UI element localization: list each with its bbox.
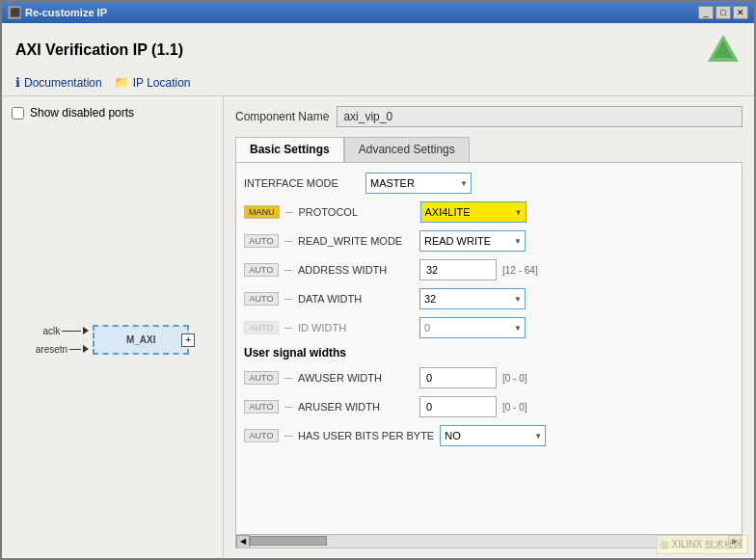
window-icon: ⬛	[8, 6, 21, 19]
protocol-select-wrapper: AXI4LITE AXI4 AXI3 ▼	[420, 201, 526, 223]
interface-mode-row: INTERFACE MODE MASTER SLAVE PASSTHROUGH …	[244, 173, 734, 194]
read-write-mode-row: AUTO READ_WRITE MODE READ WRITE READ ONL…	[244, 230, 734, 252]
read-write-badge: AUTO	[244, 234, 279, 248]
ip-block: M_AXI +	[93, 325, 189, 355]
awuser-width-input[interactable]	[419, 367, 497, 388]
settings-scroll[interactable]: INTERFACE MODE MASTER SLAVE PASSTHROUGH …	[236, 163, 742, 534]
protocol-label: PROTOCOL	[299, 206, 415, 218]
close-button[interactable]: ✕	[733, 6, 748, 19]
awuser-width-row: AUTO AWUSER WIDTH [0 - 0]	[244, 367, 734, 388]
info-icon: ℹ	[15, 75, 20, 90]
has-user-bits-select[interactable]: NO YES	[440, 425, 546, 446]
title-bar: ⬛ Re-customize IP _ □ ✕	[2, 2, 754, 23]
aruser-width-label: ARUSER WIDTH	[298, 401, 414, 413]
aclk-arrow	[83, 327, 89, 334]
interface-mode-label: INTERFACE MODE	[244, 177, 360, 189]
awuser-width-label: AWUSER WIDTH	[298, 372, 414, 384]
has-user-bits-badge: AUTO	[244, 429, 279, 442]
id-width-select[interactable]: 0 1 2	[419, 317, 526, 338]
maximize-button[interactable]: □	[716, 6, 731, 19]
protocol-connector	[285, 212, 293, 213]
diagram-area: aclk aresetn M_AXI	[12, 131, 213, 548]
ip-location-label: IP Location	[133, 76, 191, 90]
scroll-left-button[interactable]: ◀	[236, 535, 250, 548]
interface-mode-select-wrapper: MASTER SLAVE PASSTHROUGH ▼	[365, 173, 472, 194]
data-width-select[interactable]: 32 64 128	[419, 288, 526, 309]
left-pins: aclk aresetn	[36, 326, 89, 355]
main-window: ⬛ Re-customize IP _ □ ✕ AXI Verification…	[0, 0, 756, 560]
read-write-select-wrapper: READ WRITE READ ONLY WRITE ONLY ▼	[419, 230, 526, 252]
read-write-connector	[284, 241, 292, 242]
protocol-select[interactable]: AXI4LITE AXI4 AXI3	[420, 201, 526, 223]
aruser-width-hint: [0 - 0]	[502, 402, 527, 413]
ip-block-label: M_AXI	[106, 334, 176, 345]
address-width-badge: AUTO	[244, 263, 279, 277]
left-panel: Show disabled ports aclk aresetn	[2, 96, 224, 558]
component-name-row: Component Name	[235, 106, 742, 127]
address-width-row: AUTO ADDRESS WIDTH [12 - 64]	[244, 259, 734, 280]
protocol-row: MANU PROTOCOL AXI4LITE AXI4 AXI3 ▼	[244, 201, 734, 223]
address-width-input[interactable]	[419, 259, 497, 280]
has-user-bits-connector	[284, 436, 292, 437]
read-write-label: READ_WRITE MODE	[298, 235, 414, 247]
aresetn-wire	[69, 349, 81, 350]
nav-links: ℹ Documentation 📁 IP Location	[15, 75, 741, 90]
address-width-connector	[284, 270, 292, 271]
documentation-link[interactable]: ℹ Documentation	[15, 75, 102, 90]
data-width-row: AUTO DATA WIDTH 32 64 128 ▼	[244, 288, 734, 309]
interface-mode-select[interactable]: MASTER SLAVE PASSTHROUGH	[365, 173, 472, 194]
id-width-row: AUTO ID WIDTH 0 1 2 ▼	[244, 317, 734, 338]
ip-diagram: aclk aresetn M_AXI	[36, 325, 189, 355]
component-name-input[interactable]	[337, 106, 742, 127]
aruser-connector	[284, 407, 292, 408]
user-signal-widths-title: User signal widths	[244, 346, 734, 360]
awuser-connector	[284, 378, 292, 379]
address-width-label: ADDRESS WIDTH	[298, 264, 414, 276]
aruser-width-input[interactable]	[419, 396, 497, 417]
aclk-wire	[62, 331, 81, 332]
header-section: AXI Verification IP (1.1) ℹ Documentatio…	[2, 23, 754, 96]
aresetn-arrow	[83, 345, 89, 353]
window-body: AXI Verification IP (1.1) ℹ Documentatio…	[2, 23, 754, 558]
folder-icon: 📁	[114, 75, 129, 90]
ip-location-link[interactable]: 📁 IP Location	[114, 75, 191, 90]
watermark: ◎ XILINX 技术社区	[656, 535, 748, 554]
expand-button[interactable]: +	[181, 333, 195, 347]
watermark-text: ◎ XILINX 技术社区	[661, 539, 743, 549]
data-width-connector	[284, 299, 292, 300]
title-bar-left: ⬛ Re-customize IP	[8, 6, 107, 19]
address-width-hint: [12 - 64]	[502, 265, 538, 276]
component-name-label: Component Name	[235, 110, 329, 123]
awuser-width-hint: [0 - 0]	[502, 373, 527, 384]
aclk-label: aclk	[42, 326, 60, 336]
settings-panel: INTERFACE MODE MASTER SLAVE PASSTHROUGH …	[235, 162, 742, 548]
has-user-bits-label: HAS USER BITS PER BYTE	[298, 430, 434, 441]
tab-advanced-settings[interactable]: Advanced Settings	[344, 137, 470, 162]
aruser-width-row: AUTO ARUSER WIDTH [0 - 0]	[244, 396, 734, 417]
show-disabled-ports-checkbox[interactable]	[12, 107, 24, 120]
app-title-row: AXI Verification IP (1.1)	[15, 33, 741, 67]
read-write-select[interactable]: READ WRITE READ ONLY WRITE ONLY	[419, 230, 526, 252]
tabs-container: Basic Settings Advanced Settings	[235, 137, 742, 162]
data-width-select-wrapper: 32 64 128 ▼	[419, 288, 526, 309]
content-area: Show disabled ports aclk aresetn	[2, 96, 754, 558]
protocol-badge: MANU	[244, 205, 280, 219]
id-width-badge: AUTO	[244, 321, 279, 334]
data-width-badge: AUTO	[244, 292, 279, 306]
show-disabled-ports-label: Show disabled ports	[30, 106, 134, 120]
awuser-width-badge: AUTO	[244, 371, 279, 385]
tab-basic-settings[interactable]: Basic Settings	[235, 137, 344, 162]
id-width-select-wrapper: 0 1 2 ▼	[419, 317, 526, 338]
xilinx-logo	[706, 33, 741, 67]
app-title-text: AXI Verification IP (1.1)	[15, 41, 183, 59]
title-bar-controls: _ □ ✕	[698, 6, 748, 19]
minimize-button[interactable]: _	[698, 6, 714, 19]
aclk-pin: aclk	[42, 326, 89, 336]
right-panel: Component Name Basic Settings Advanced S…	[224, 96, 754, 558]
window-title: Re-customize IP	[25, 7, 107, 18]
aresetn-label: aresetn	[36, 344, 68, 355]
aruser-width-badge: AUTO	[244, 400, 279, 413]
horizontal-scrollbar-thumb[interactable]	[250, 536, 327, 546]
has-user-bits-select-wrapper: NO YES ▼	[440, 425, 546, 446]
data-width-label: DATA WIDTH	[298, 293, 414, 305]
